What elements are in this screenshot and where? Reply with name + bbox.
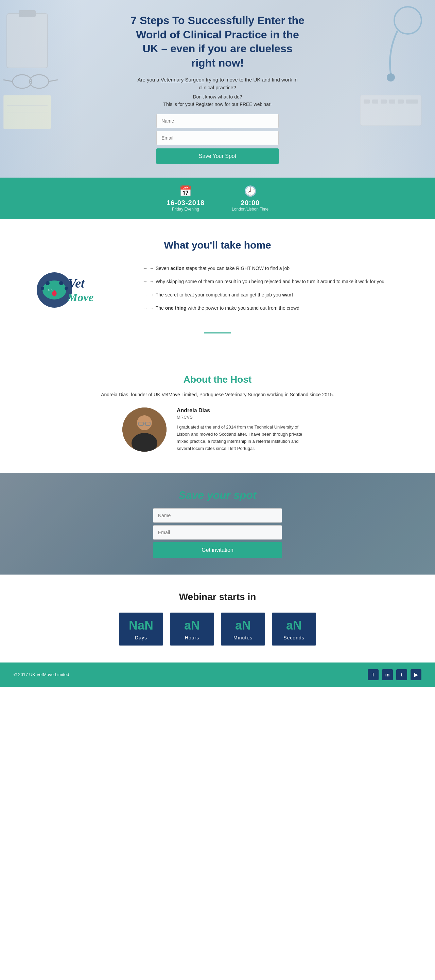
countdown-boxes: NaN Days aN Hours aN Minutes aN Seconds (14, 612, 421, 646)
hero-cta-free: This is for you! Register now for our FR… (129, 102, 306, 107)
hero-dont-know: Don't know what to do? (129, 94, 306, 100)
svg-text:Vet: Vet (68, 276, 85, 290)
countdown-hours-box: aN Hours (170, 612, 214, 646)
event-time-item: 🕗 20:00 London/Lisbon Time (232, 185, 268, 212)
calendar-icon: 📅 (179, 185, 192, 197)
countdown-days-label: Days (135, 635, 147, 640)
countdown-seconds-label: Seconds (284, 635, 304, 640)
host-bio: I graduated at the end of 2014 from the … (177, 424, 313, 452)
section-divider (204, 332, 231, 334)
footer: © 2017 UK VetMove Limited f in t ▶ (0, 662, 435, 687)
countdown-hours-label: Hours (185, 635, 199, 640)
twitter-icon[interactable]: t (396, 669, 407, 680)
hero-email-input[interactable] (156, 131, 279, 145)
svg-rect-15 (381, 100, 387, 103)
hero-section: 7 Steps To Successfully Enter the World … (0, 0, 435, 178)
svg-rect-0 (7, 14, 48, 68)
save-spot-banner: Save your spot Get invitation (0, 473, 435, 574)
svg-point-24 (65, 286, 68, 290)
hero-desk-left-decoration (0, 0, 81, 178)
event-date-sub: Friday Evening (172, 207, 199, 212)
uk-vetmove-logo: uk Vet Move (30, 264, 119, 312)
event-date: 16-03-2018 (167, 199, 205, 207)
countdown-days-value: NaN (129, 619, 153, 632)
countdown-minutes-label: Minutes (233, 635, 252, 640)
save-spot-get-invitation-button[interactable]: Get invitation (153, 542, 282, 558)
countdown-section: Webinar starts in NaN Days aN Hours aN M… (0, 574, 435, 662)
takeaway-row: uk Vet Move → Seven action steps that yo… (27, 264, 408, 312)
svg-rect-14 (372, 100, 378, 103)
svg-rect-18 (406, 100, 418, 103)
countdown-hours-value: aN (184, 619, 200, 632)
host-info: Andreia Dias MRCVS I graduated at the en… (177, 407, 313, 452)
svg-line-6 (49, 80, 58, 81)
event-date-item: 📅 16-03-2018 Friday Evening (167, 185, 205, 212)
hero-desk-right-decoration (354, 0, 435, 178)
facebook-icon[interactable]: f (368, 669, 379, 680)
host-card: Andreia Dias MRCVS I graduated at the en… (122, 407, 313, 452)
svg-point-2 (13, 75, 32, 88)
logo-block: uk Vet Move (27, 264, 122, 312)
about-host-intro: Andreia Dias, founder of UK VetMove Limi… (27, 392, 408, 397)
footer-copyright: © 2017 UK VetMove Limited (14, 672, 69, 677)
svg-text:uk: uk (48, 288, 53, 292)
save-spot-email-input[interactable] (153, 525, 282, 539)
divider-container (0, 332, 435, 361)
event-time-sub: London/Lisbon Time (232, 207, 268, 212)
countdown-minutes-box: aN Minutes (221, 612, 265, 646)
svg-point-23 (41, 286, 44, 290)
svg-rect-13 (363, 100, 370, 103)
svg-text:Move: Move (67, 291, 94, 304)
linkedin-icon[interactable]: in (382, 669, 393, 680)
youtube-icon[interactable]: ▶ (411, 669, 421, 680)
svg-rect-17 (398, 100, 404, 103)
save-spot-form: Get invitation (153, 508, 282, 558)
svg-point-11 (387, 73, 395, 81)
takeaway-item-1: → Seven action steps that you can take R… (143, 265, 408, 272)
countdown-days-box: NaN Days (119, 612, 163, 646)
takeaway-list: → Seven action steps that you can take R… (143, 265, 408, 312)
takeaway-item-2: → Why skipping some of them can result i… (143, 278, 408, 285)
hero-subtitle: Are you a Veterinary Surgeon trying to m… (129, 76, 306, 91)
host-name: Andreia Dias (177, 407, 313, 414)
clock-icon: 🕗 (244, 185, 257, 197)
about-host-section: About the Host Andreia Dias, founder of … (0, 361, 435, 473)
footer-social-icons: f in t ▶ (368, 669, 421, 680)
save-spot-content: Save your spot Get invitation (153, 489, 282, 558)
countdown-seconds-value: aN (286, 619, 302, 632)
about-host-title: About the Host (27, 374, 408, 385)
svg-line-5 (3, 80, 13, 81)
svg-point-10 (394, 7, 421, 34)
hero-title: 7 Steps To Successfully Enter the World … (129, 14, 306, 70)
svg-point-21 (46, 281, 49, 285)
hero-name-input[interactable] (156, 114, 279, 128)
svg-point-3 (30, 75, 49, 88)
save-spot-title: Save your spot (153, 489, 282, 501)
hero-content-block: 7 Steps To Successfully Enter the World … (122, 0, 313, 178)
event-bar: 📅 16-03-2018 Friday Evening 🕗 20:00 Lond… (0, 178, 435, 219)
hero-save-spot-button[interactable]: Save Your Spot (156, 148, 279, 164)
countdown-minutes-value: aN (235, 619, 251, 632)
svg-rect-16 (389, 100, 395, 103)
takeaway-item-3: → The secret to beat your competition an… (143, 291, 408, 299)
svg-rect-1 (19, 10, 36, 17)
svg-point-29 (137, 415, 152, 430)
hero-registration-form: Save Your Spot (156, 114, 279, 164)
takeaway-section: What you'll take home uk Vet (0, 219, 435, 332)
svg-point-22 (59, 281, 63, 285)
host-avatar (122, 407, 167, 452)
takeaway-item-4: → The one thing with the power to make y… (143, 305, 408, 312)
takeaway-section-title: What you'll take home (27, 239, 408, 251)
save-spot-name-input[interactable] (153, 508, 282, 523)
countdown-seconds-box: aN Seconds (272, 612, 316, 646)
host-credential: MRCVS (177, 415, 313, 420)
countdown-title: Webinar starts in (14, 592, 421, 602)
event-time: 20:00 (241, 199, 260, 207)
